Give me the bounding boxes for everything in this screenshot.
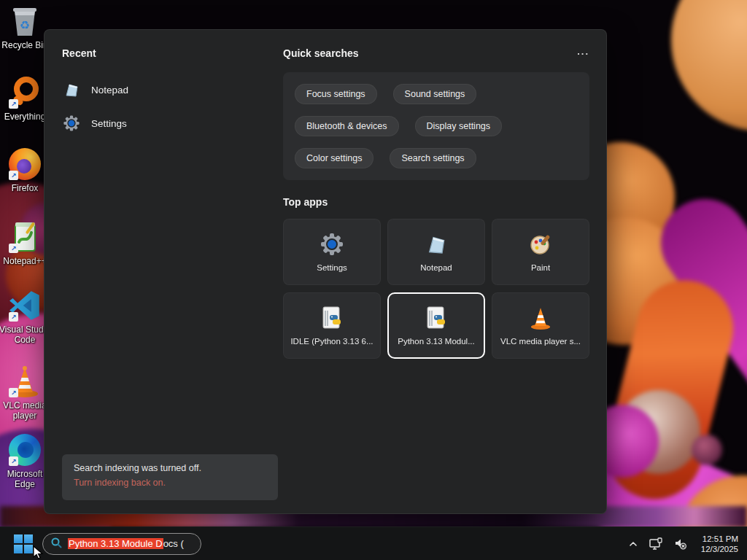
shortcut-arrow-icon: ↗ <box>9 312 18 322</box>
volume-muted-icon[interactable] <box>672 535 689 553</box>
recycle-bin-icon: ♻ <box>8 4 42 38</box>
quick-search-pill-search-settings[interactable]: Search settings <box>390 148 476 168</box>
indexing-notification: Search indexing was turned off. Turn ind… <box>62 454 278 500</box>
gear-icon <box>320 232 344 257</box>
top-app-tile-notepad[interactable]: Notepad <box>387 219 485 285</box>
turn-indexing-on-link[interactable]: Turn indexing back on. <box>74 478 266 488</box>
search-icon <box>50 537 62 551</box>
quick-searches-box: Focus settings Sound settings Bluetooth … <box>283 72 589 180</box>
shortcut-arrow-icon: ↗ <box>9 244 18 253</box>
top-app-tile-settings[interactable]: Settings <box>283 219 381 285</box>
tile-label: Python 3.13 Modul... <box>398 337 474 346</box>
vscode-icon: ↗ <box>8 289 42 322</box>
start-button[interactable] <box>9 529 38 559</box>
clock[interactable]: 12:51 PM 12/3/2025 <box>701 534 738 554</box>
more-options-button[interactable]: ... <box>577 46 589 57</box>
selected-text: Python 3.13 Module D <box>68 538 163 549</box>
quick-search-pill-color-settings[interactable]: Color settings <box>295 148 374 168</box>
tile-label: Settings <box>317 263 347 272</box>
recent-item-label: Notepad <box>91 85 128 96</box>
tile-label: Paint <box>531 263 550 272</box>
notepad-plus-plus-icon: ↗ <box>8 220 42 254</box>
vlc-icon: ↗ <box>8 365 42 398</box>
screen: ♻ Recycle Bin ↗ Everything ↗ Firefox <box>0 0 747 560</box>
quick-search-pill-bluetooth-devices[interactable]: Bluetooth & devices <box>295 116 399 136</box>
python-document-icon <box>424 306 449 330</box>
recent-item-settings[interactable]: Settings <box>62 110 266 136</box>
unselected-text: ocs ( <box>163 538 184 549</box>
everything-icon: ↗ <box>8 76 42 109</box>
quick-search-pill-sound-settings[interactable]: Sound settings <box>393 84 477 104</box>
quick-searches-header: Quick searches ... <box>283 47 589 59</box>
top-app-tile-paint[interactable]: Paint <box>492 219 589 285</box>
vlc-cone-icon <box>528 306 553 330</box>
windows-logo-icon <box>14 534 33 553</box>
top-app-tile-vlc[interactable]: VLC media player s... <box>492 292 589 359</box>
top-apps-title: Top apps <box>283 196 328 208</box>
search-flyout-panel: Recent Notepad <box>44 29 607 514</box>
shortcut-arrow-icon: ↗ <box>9 99 18 109</box>
edge-icon: ↗ <box>8 433 42 467</box>
notepad-icon <box>62 80 81 99</box>
recent-item-notepad[interactable]: Notepad <box>62 77 266 103</box>
tile-label: IDLE (Python 3.13 6... <box>290 337 373 346</box>
quick-search-pill-focus-settings[interactable]: Focus settings <box>295 84 377 104</box>
clock-date: 12/3/2025 <box>701 544 738 554</box>
system-tray: 12:51 PM 12/3/2025 <box>627 527 738 560</box>
clock-time: 12:51 PM <box>701 534 738 544</box>
python-document-icon <box>320 306 344 330</box>
recent-item-label: Settings <box>91 118 127 129</box>
paint-palette-icon <box>528 232 553 257</box>
tile-label: Notepad <box>420 263 452 272</box>
firefox-icon: ↗ <box>8 147 42 181</box>
shortcut-arrow-icon: ↗ <box>9 456 18 466</box>
taskbar-search-input[interactable]: Python 3.13 Module Docs ( <box>42 533 201 555</box>
quick-searches-title: Quick searches <box>283 47 359 59</box>
shortcut-arrow-icon: ↗ <box>9 388 18 397</box>
gear-icon <box>62 114 81 133</box>
notepad-icon <box>424 232 449 257</box>
notification-message: Search indexing was turned off. <box>74 463 266 473</box>
network-icon[interactable] <box>647 535 665 553</box>
tile-label: VLC media player s... <box>500 337 581 346</box>
recent-section-title: Recent <box>62 47 96 59</box>
search-query-text: Python 3.13 Module Docs ( <box>68 538 184 549</box>
top-apps-grid: Settings Notepad <box>283 219 589 359</box>
top-app-tile-python-module-docs[interactable]: Python 3.13 Modul... <box>387 292 485 359</box>
top-app-tile-idle-python[interactable]: IDLE (Python 3.13 6... <box>283 292 381 359</box>
svg-text:♻: ♻ <box>20 19 30 31</box>
shortcut-arrow-icon: ↗ <box>9 171 18 180</box>
tray-chevron-up-icon[interactable] <box>627 537 640 551</box>
taskbar: Python 3.13 Module Docs ( <box>0 526 747 560</box>
quick-search-pill-display-settings[interactable]: Display settings <box>415 116 503 136</box>
